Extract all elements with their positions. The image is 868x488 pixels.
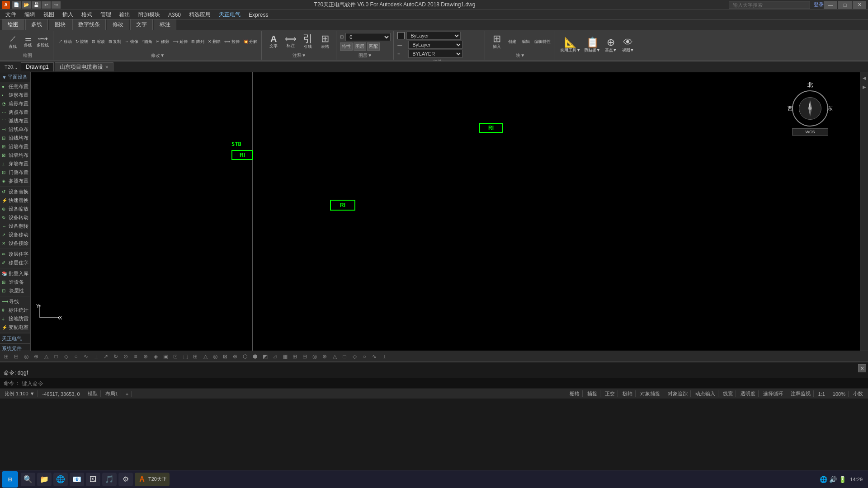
menu-format[interactable]: 格式	[78, 10, 96, 19]
toolbar-icon-38[interactable]: ∿	[370, 352, 379, 361]
sidebar-item-ground[interactable]: ⏚ 接地防雷	[0, 314, 30, 323]
taskbar-mail[interactable]: 📧	[70, 473, 84, 486]
taskbar-settings[interactable]: ⚙	[118, 473, 133, 486]
canvas-area[interactable]: STB RI RI RI 北 东 西	[31, 72, 860, 351]
basepoint-btn[interactable]: ⊕ 基点▼	[603, 36, 619, 55]
toolbar-icon-35[interactable]: □	[340, 352, 349, 361]
toolbar-icon-10[interactable]: ⟂	[91, 352, 100, 361]
login-button[interactable]: 登录	[814, 1, 824, 8]
view-btn[interactable]: 👁 视图▼	[620, 36, 636, 55]
sidebar-item-any-place[interactable]: ● 任意布置	[0, 82, 30, 91]
dyn-toggle[interactable]: 动态输入	[693, 390, 718, 397]
taskbar-music[interactable]: 🎵	[102, 473, 117, 486]
toolbar-icon-12[interactable]: ↻	[111, 352, 120, 361]
toolbar-icon-32[interactable]: ◎	[310, 352, 319, 361]
linetype-select[interactable]: ByLayer	[408, 41, 462, 49]
toolbar-icon-23[interactable]: ⊠	[221, 352, 230, 361]
trim-btn[interactable]: ✂ 修剪	[155, 38, 170, 46]
save-btn[interactable]: 💾	[32, 1, 41, 9]
sidebar-item-fan-place[interactable]: ◔ 扇形布置	[0, 99, 30, 108]
sidebar-item-flip[interactable]: ↔ 设备翻转	[0, 222, 30, 230]
menu-express[interactable]: Express	[245, 11, 272, 19]
sidebar-item-create-device[interactable]: ⊞ 造设备	[0, 278, 30, 286]
toolbar-icon-26[interactable]: ⬢	[250, 352, 259, 361]
sidebar-item-block-layer[interactable]: ⊡ 块层性	[0, 286, 30, 295]
array-btn[interactable]: ⊞ 阵列	[190, 38, 206, 46]
toolbar-icon-6[interactable]: □	[52, 352, 61, 361]
sidebar-item-move[interactable]: ↗ 设备移动	[0, 230, 30, 239]
insert-btn[interactable]: ⊞ 插入	[489, 32, 505, 52]
toolbar-icon-39[interactable]: ⟂	[380, 352, 389, 361]
toolbar-icon-28[interactable]: ⊿	[270, 352, 279, 361]
doc-tab-close-icon[interactable]: ✕	[105, 65, 108, 70]
sidebar-item-wall-even[interactable]: ⊠ 沿墙均布	[0, 151, 30, 160]
lw-toggle[interactable]: 线宽	[720, 390, 736, 397]
taskbar-explorer[interactable]: 📁	[37, 473, 52, 486]
toolbar-icon-37[interactable]: ○	[360, 352, 369, 361]
sidebar-item-door-side[interactable]: ⊡ 门侧布置	[0, 168, 30, 177]
sidebar-item-substation[interactable]: ⚡ 变配电室	[0, 323, 30, 332]
ribbon-tab-block[interactable]: 图块	[49, 19, 71, 30]
menu-edit[interactable]: 编辑	[21, 10, 39, 19]
start-button[interactable]: ⊞	[2, 471, 18, 488]
taskbar-photos[interactable]: 🖼	[86, 473, 100, 486]
sidebar-item-arc-place[interactable]: ⌒ 弧线布置	[0, 117, 30, 125]
network-icon[interactable]: 🌐	[820, 476, 827, 483]
toolbar-icon-21[interactable]: △	[201, 352, 210, 361]
move-btn[interactable]: ↗ 移动	[57, 38, 73, 46]
maximize-button[interactable]: □	[838, 1, 852, 9]
sidebar-item-two-pt[interactable]: ⋯ 两点布置	[0, 108, 30, 117]
lineweight-select[interactable]: BYLAYER	[408, 50, 462, 58]
add-layout-btn[interactable]: +	[123, 391, 132, 397]
menu-insert[interactable]: 插入	[59, 10, 77, 19]
leader-btn[interactable]: 引 引线	[300, 32, 316, 52]
redo-btn[interactable]: ↪	[52, 1, 61, 9]
copy-btn[interactable]: ⊞ 复制	[107, 38, 123, 46]
toolbar-icon-11[interactable]: ↗	[101, 352, 110, 361]
toolbar-icon-9[interactable]: ∿	[81, 352, 90, 361]
snap-toggle[interactable]: 捕捉	[585, 390, 600, 397]
toolbar-icon-25[interactable]: ⬡	[241, 352, 250, 361]
ribbon-tab-multiline[interactable]: 多线	[25, 19, 48, 30]
menu-a360[interactable]: A360	[165, 11, 184, 19]
minimize-button[interactable]: —	[824, 1, 837, 9]
color-select[interactable]: ByLayer	[406, 32, 461, 40]
ribbon-tab-modify[interactable]: 修改	[107, 19, 129, 30]
sidebar-item-scale[interactable]: ⊕ 设备缩放	[0, 205, 30, 213]
menu-view[interactable]: 视图	[40, 10, 58, 19]
toolbar-icon-13[interactable]: ⊙	[121, 352, 130, 361]
toolbar-icon-3[interactable]: ◎	[22, 352, 31, 361]
toolbar-icon-17[interactable]: ▣	[161, 352, 170, 361]
sidebar-item-move-text[interactable]: ✐ 移层住字	[0, 258, 30, 267]
sidebar-item-delete[interactable]: ✕ 设备接除	[0, 239, 30, 248]
sidebar-item-count[interactable]: # 标注统计	[0, 306, 30, 314]
table-btn[interactable]: ⊞ 表格	[317, 32, 333, 52]
toolbar-icon-27[interactable]: ◩	[260, 352, 269, 361]
sidebar-item-rect-place[interactable]: ▪ 矩形布置	[0, 91, 30, 99]
draw-line-btn[interactable]: ⟋ 直线	[5, 32, 21, 52]
open-btn[interactable]: 📂	[22, 1, 31, 9]
mirror-btn[interactable]: ↔ 镜像	[123, 38, 140, 46]
trans-toggle[interactable]: 透明度	[738, 390, 759, 397]
expand-btn[interactable]: ▶	[861, 83, 868, 90]
scale-display[interactable]: 比例 1:100 ▼	[2, 390, 38, 397]
layer-match-btn[interactable]: 匹配	[367, 42, 380, 51]
toolbar-icon-14[interactable]: ≡	[131, 352, 140, 361]
sidebar-item-along-line-single[interactable]: ⊣ 沿线单布	[0, 125, 30, 134]
ri-element-3[interactable]: RI	[479, 123, 503, 133]
ribbon-tab-dim[interactable]: 标注	[154, 19, 176, 30]
clipboard-btn[interactable]: 📋 剪贴板▼	[583, 36, 602, 55]
dim-btn[interactable]: ⟺ 标注	[283, 33, 299, 51]
doc-tab-drawing1[interactable]: Drawing1	[21, 62, 54, 71]
sidebar-section-draw[interactable]: ▼ 平面设备	[0, 72, 30, 82]
toolbar-icon-33[interactable]: ⊕	[320, 352, 329, 361]
ri-element-1[interactable]: RI	[231, 150, 253, 160]
layout1-tab[interactable]: 布局1	[103, 390, 121, 397]
menu-file[interactable]: 文件	[2, 10, 20, 19]
grid-toggle[interactable]: 栅格	[567, 390, 583, 397]
sidebar-item-along-line-even[interactable]: ⊟ 沿线均布	[0, 134, 30, 142]
toolbar-icon-30[interactable]: ⊞	[290, 352, 299, 361]
toolbar-icon-16[interactable]: ◈	[151, 352, 160, 361]
taskbar-edge[interactable]: 🌐	[53, 473, 68, 486]
collapse-btn[interactable]: ◀	[861, 74, 868, 81]
